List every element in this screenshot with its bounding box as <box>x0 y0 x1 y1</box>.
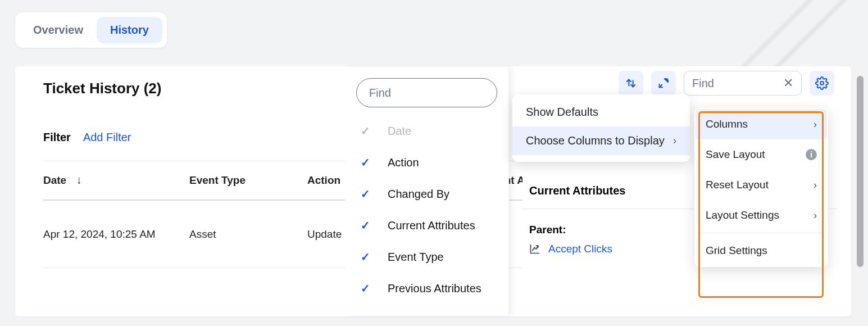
col-event-type[interactable]: Event Type <box>189 174 307 187</box>
submenu-show-defaults[interactable]: Show Defaults <box>512 98 690 126</box>
gear-icon <box>815 76 829 90</box>
close-icon[interactable]: ✕ <box>783 76 793 90</box>
settings-button[interactable] <box>810 71 834 96</box>
find-input-top[interactable]: Find ✕ <box>684 71 802 96</box>
check-icon: ✓ <box>361 219 373 232</box>
column-chooser: Find ✓ Date ✓ Action ✓ Changed By ✓ Curr… <box>345 68 509 315</box>
chevron-right-icon: › <box>814 210 817 221</box>
column-option-previous-attributes[interactable]: ✓ Previous Attributes <box>345 273 508 304</box>
chart-line-icon <box>529 243 540 255</box>
column-option-date[interactable]: ✓ Date <box>345 115 508 147</box>
tab-overview[interactable]: Overview <box>20 17 97 43</box>
settings-menu: Columns › Save Layout i Reset Layout › L… <box>694 108 828 267</box>
expand-button[interactable] <box>651 71 676 96</box>
chevron-right-icon: › <box>814 119 817 130</box>
tab-history[interactable]: History <box>97 17 162 43</box>
check-icon: ✓ <box>361 282 373 295</box>
sort-down-icon: ↓ <box>76 174 82 186</box>
expand-close-icon <box>657 77 670 89</box>
filter-label: Filter <box>43 131 71 144</box>
column-option-action[interactable]: ✓ Action <box>345 147 508 178</box>
chevron-right-icon: › <box>814 179 817 191</box>
chevron-right-icon: › <box>673 135 676 147</box>
cell-event-type: Asset <box>189 228 307 241</box>
svg-point-2 <box>820 82 824 85</box>
check-icon: ✓ <box>361 187 373 201</box>
sort-button[interactable] <box>619 71 643 96</box>
check-icon: ✓ <box>361 156 373 169</box>
sort-arrows-icon <box>625 77 637 89</box>
scrollbar[interactable] <box>857 76 864 267</box>
find-placeholder: Find <box>692 77 714 90</box>
toolbar: Find ✕ <box>619 71 834 96</box>
tabs: Overview History <box>15 12 167 48</box>
column-option-changed-by[interactable]: ✓ Changed By <box>345 178 508 210</box>
info-icon: i <box>806 149 817 160</box>
column-option-current-attributes[interactable]: ✓ Current Attributes <box>345 210 508 241</box>
column-find-input[interactable]: Find <box>356 78 497 107</box>
check-icon: ✓ <box>361 124 373 138</box>
submenu-choose-columns[interactable]: Choose Columns to Display › <box>512 126 690 155</box>
col-date[interactable]: Date↓ <box>43 174 189 187</box>
settings-save-layout[interactable]: Save Layout i <box>696 139 827 170</box>
cell-date: Apr 12, 2024, 10:25 AM <box>43 228 189 241</box>
settings-reset-layout[interactable]: Reset Layout › <box>696 170 827 200</box>
check-icon: ✓ <box>361 250 373 264</box>
settings-layout-settings[interactable]: Layout Settings › <box>696 200 827 230</box>
settings-columns[interactable]: Columns › <box>696 109 827 139</box>
add-filter-link[interactable]: Add Filter <box>83 131 131 144</box>
settings-grid-settings[interactable]: Grid Settings <box>696 236 827 266</box>
columns-submenu: Show Defaults Choose Columns to Display … <box>512 94 690 162</box>
column-option-event-type[interactable]: ✓ Event Type <box>345 241 508 273</box>
